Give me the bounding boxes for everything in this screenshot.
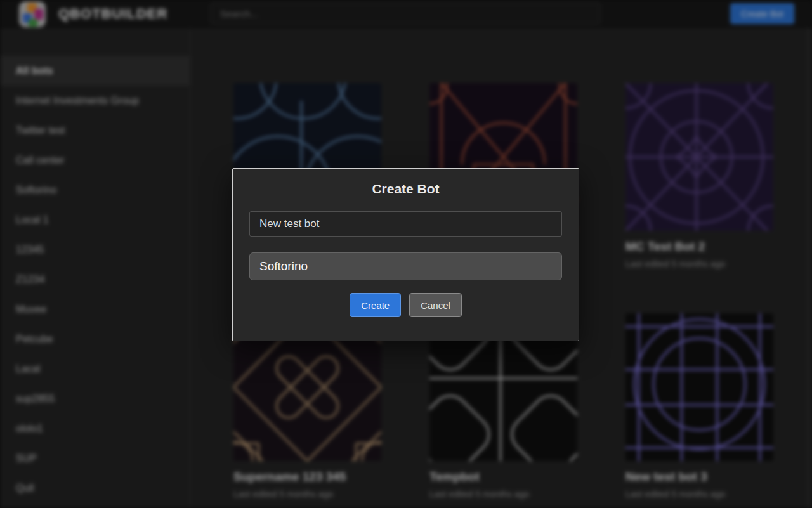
modal-title: Create Bot: [249, 181, 562, 197]
create-bot-modal: Create Bot Softorino Create Cancel: [232, 168, 579, 341]
modal-cancel-button[interactable]: Cancel: [409, 293, 462, 317]
group-select[interactable]: Softorino: [249, 252, 562, 280]
modal-button-row: Create Cancel: [249, 293, 562, 317]
modal-create-button[interactable]: Create: [350, 293, 401, 317]
bot-name-input[interactable]: [249, 211, 562, 237]
